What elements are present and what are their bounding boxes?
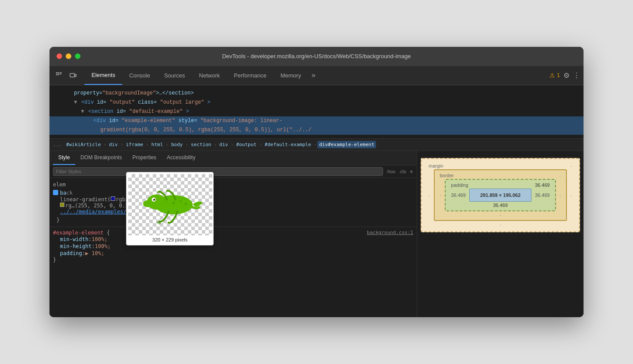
bg-swatch-yellow[interactable] bbox=[60, 203, 64, 207]
border-right-value: - bbox=[556, 179, 565, 211]
html-panel: property="backgroundImage">…</section> ▼… bbox=[49, 85, 584, 139]
tab-sources[interactable]: Sources bbox=[157, 66, 192, 85]
inspector-icon[interactable] bbox=[53, 69, 65, 81]
breadcrumb-item-default-example[interactable]: #default-example bbox=[263, 141, 313, 148]
padding-bottom-row: 36.469 bbox=[447, 202, 553, 209]
border-label: border bbox=[440, 173, 454, 178]
tab-performance[interactable]: Performance bbox=[227, 66, 273, 85]
content-box: 291.859 × 195.062 bbox=[469, 189, 531, 202]
tab-console[interactable]: Console bbox=[122, 66, 157, 85]
breadcrumb-item-div1[interactable]: div bbox=[107, 141, 120, 148]
html-line: property="backgroundImage">…</section> bbox=[49, 89, 584, 98]
bg-swatch-blue[interactable] bbox=[111, 196, 115, 201]
html-line: ▼ <div id= "output" class= "output large… bbox=[49, 98, 584, 107]
minimize-button[interactable] bbox=[66, 53, 71, 59]
breadcrumb-item-section[interactable]: section bbox=[189, 141, 213, 148]
breadcrumb-item-div2[interactable]: div bbox=[218, 141, 230, 148]
margin-right-value: - bbox=[567, 169, 576, 221]
more-options-button[interactable]: ⋮ bbox=[573, 71, 580, 80]
padding-left-value: 36.469 bbox=[447, 189, 469, 202]
svg-point-10 bbox=[153, 199, 154, 200]
css-bg-line: linear-gradient( rgba(0, 0, 255, 0.5), bbox=[53, 196, 413, 203]
border-label-row: border - bbox=[436, 172, 565, 179]
padding-bottom-value: 36.469 bbox=[493, 203, 508, 208]
breadcrumb-item-body[interactable]: body bbox=[169, 141, 185, 148]
settings-button[interactable]: ⚙ bbox=[563, 71, 570, 80]
tabs: Elements Console Sources Network Perform… bbox=[84, 66, 549, 85]
content-dimensions: 291.859 × 195.062 bbox=[480, 192, 520, 198]
titlebar: DevTools - developer.mozilla.org/en-US/d… bbox=[49, 47, 584, 66]
window-title: DevTools - developer.mozilla.org/en-US/d… bbox=[222, 53, 411, 60]
css-rule-header: #example-element { background.css:1 bbox=[53, 230, 413, 236]
tab-accessibility[interactable]: Accessibility bbox=[162, 151, 200, 165]
tab-memory[interactable]: Memory bbox=[274, 66, 308, 85]
breadcrumb-item-example-element[interactable]: div#example-element bbox=[317, 141, 376, 148]
border-bottom-value: - bbox=[499, 212, 501, 217]
bottom-section: Style DOM Breakpoints Properties Accessi… bbox=[49, 151, 584, 317]
rule-source-link[interactable]: background.css:1 bbox=[367, 230, 413, 235]
toolbar-right: ⚠ 1 ⚙ ⋮ bbox=[549, 71, 580, 80]
tab-style[interactable]: Style bbox=[53, 151, 75, 165]
breadcrumb-dots: ... bbox=[53, 142, 62, 147]
breadcrumb-item-iframe[interactable]: iframe bbox=[124, 141, 145, 148]
padding-right-value: 36.469 bbox=[531, 189, 553, 202]
filter-bar: :hov .cls + bbox=[49, 165, 417, 178]
css-rule-prop-1: min-width : 100%; bbox=[53, 236, 413, 243]
border-box: border - - bbox=[434, 169, 567, 221]
border-sides: - padding 36.469 bbox=[436, 179, 565, 211]
css-rule-area: #example-element { background.css:1 min-… bbox=[49, 227, 417, 266]
image-preview-popup: 320 × 229 pixels bbox=[126, 172, 214, 245]
html-line-selected[interactable]: <div id= "example-element" style= "backg… bbox=[49, 116, 584, 126]
warning-badge[interactable]: ⚠ 1 bbox=[549, 72, 560, 79]
devtools-body: property="backgroundImage">…</section> ▼… bbox=[49, 85, 584, 318]
breadcrumb-item-output[interactable]: #output bbox=[235, 141, 258, 148]
expand-icon[interactable]: ▼ bbox=[74, 99, 77, 105]
cls-button[interactable]: .cls bbox=[399, 169, 406, 174]
breadcrumb: ... #wikiArticle › div › iframe › html ›… bbox=[49, 139, 584, 151]
padding-top-value: 36.469 bbox=[535, 182, 550, 188]
hov-button[interactable]: :hov bbox=[387, 169, 396, 174]
padding-label: padding bbox=[451, 182, 468, 188]
filter-input[interactable] bbox=[53, 167, 383, 176]
tab-dom-breakpoints[interactable]: DOM Breakpoints bbox=[75, 151, 127, 165]
lizard-image bbox=[135, 181, 205, 229]
html-line-selected-cont: gradient(rgba(0, 0, 255, 0.5), rgba(255,… bbox=[49, 126, 584, 135]
margin-label: margin bbox=[429, 163, 443, 168]
breadcrumb-item-wikiarticle[interactable]: #wikiArticle bbox=[64, 141, 102, 148]
close-button[interactable] bbox=[56, 53, 62, 59]
svg-point-13 bbox=[185, 203, 187, 206]
expand-icon[interactable]: ▼ bbox=[81, 108, 84, 115]
padding-box: padding 36.469 36.469 bbox=[445, 179, 556, 211]
margin-sides: - border - - bbox=[425, 169, 576, 221]
css-rule-prop-3: padding : ▶ 10%; bbox=[53, 250, 413, 257]
add-rule-button[interactable]: + bbox=[410, 168, 413, 175]
margin-top-value: - bbox=[570, 163, 572, 168]
margin-bottom-row: - bbox=[425, 221, 576, 228]
svg-point-7 bbox=[143, 200, 153, 207]
style-tabs: Style DOM Breakpoints Properties Accessi… bbox=[49, 151, 417, 165]
svg-rect-0 bbox=[56, 73, 59, 75]
more-tabs-button[interactable]: » bbox=[308, 71, 319, 79]
margin-bottom-value: - bbox=[499, 222, 501, 227]
padding-label-row: padding 36.469 bbox=[447, 182, 553, 189]
maximize-button[interactable] bbox=[75, 53, 81, 59]
tab-properties[interactable]: Properties bbox=[127, 151, 162, 165]
toolbar-icons bbox=[53, 69, 79, 81]
image-dimensions: 320 × 229 pixels bbox=[128, 235, 211, 243]
toolbar: Elements Console Sources Network Perform… bbox=[49, 66, 584, 85]
margin-left-value: - bbox=[425, 169, 434, 221]
tab-elements[interactable]: Elements bbox=[84, 66, 122, 85]
html-line: ▼ <section id= "default-example" > bbox=[49, 107, 584, 116]
devtools-window: DevTools - developer.mozilla.org/en-US/d… bbox=[49, 47, 584, 318]
breadcrumb-item-html[interactable]: html bbox=[150, 141, 165, 148]
css-element-label: elem bbox=[53, 182, 413, 188]
styles-panel: Style DOM Breakpoints Properties Accessi… bbox=[49, 151, 417, 317]
css-bg-line2: rg…(255, 255, 0, 0.5)), url( bbox=[53, 203, 413, 209]
tab-network[interactable]: Network bbox=[192, 66, 227, 85]
svg-point-11 bbox=[172, 202, 175, 204]
css-content: elem ba ck linear-gradient( rgba(0, 0, 2… bbox=[49, 178, 417, 227]
responsive-icon[interactable] bbox=[67, 69, 79, 81]
property-checkbox[interactable] bbox=[53, 190, 58, 195]
css-rule-close: } bbox=[53, 257, 413, 263]
margin-label-row: margin - bbox=[425, 162, 576, 169]
